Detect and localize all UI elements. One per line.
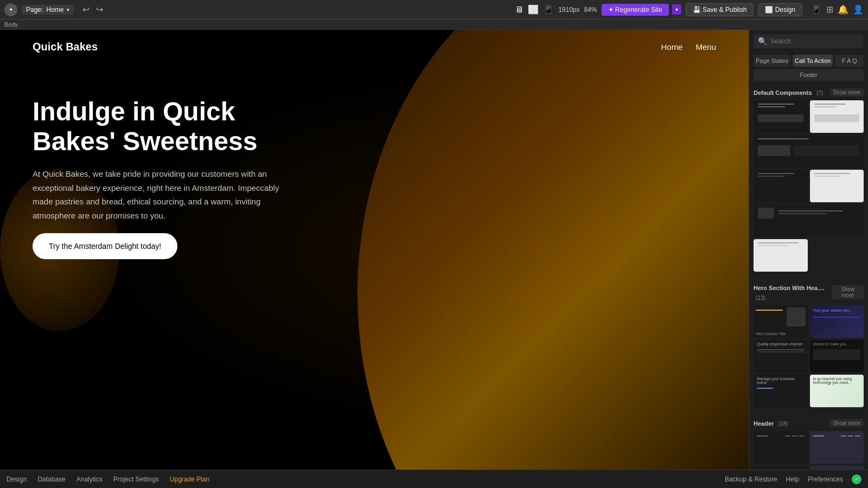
tab-call-to-action[interactable]: Call To Action (793, 55, 833, 67)
preview-header: Quick Bakes Home Menu (0, 30, 749, 64)
site-nav: Home Menu (661, 42, 716, 52)
bb-database[interactable]: Database (37, 476, 65, 483)
history-nav: ↩ ↪ (80, 3, 105, 16)
page-label: Page: (26, 6, 43, 14)
body-label: Body (0, 20, 868, 30)
nav-menu-link[interactable]: Menu (695, 42, 716, 52)
tab-page-states[interactable]: Page States (754, 55, 790, 67)
canvas-zoom: 84% (584, 6, 597, 14)
bb-project-settings[interactable]: Project Settings (113, 476, 159, 483)
bell-icon[interactable]: 🔔 (838, 4, 848, 15)
main-layout: Quick Bakes Home Menu Indulge in Quick B… (0, 30, 868, 470)
app-logo: ✦ (4, 3, 17, 16)
save-publish-button[interactable]: 💾 Save & Publish (686, 3, 754, 16)
header-card-3[interactable] (754, 466, 808, 470)
hero-description: At Quick Bakes, we take pride in providi… (33, 167, 282, 222)
preview-hero-section: Indulge in Quick Bakes' Sweetness At Qui… (0, 64, 749, 292)
section-header: Header (18) Show more (749, 414, 868, 470)
hero-card-5[interactable]: Manage your business online (754, 375, 808, 407)
hero-heading-grid: Hero Section Title Turn your visitors in… (754, 305, 864, 407)
tablet-portrait-icon[interactable]: 📱 (543, 4, 554, 15)
hero-title: Indulge in Quick Bakes' Sweetness (33, 97, 304, 156)
site-logo: Quick Bakes (33, 41, 98, 53)
user-icon[interactable]: 👤 (853, 4, 864, 15)
tablet-landscape-icon[interactable]: ⬜ (528, 4, 539, 15)
website-preview: Quick Bakes Home Menu Indulge in Quick B… (0, 30, 749, 470)
default-components-grid (754, 100, 864, 272)
hero-card-4[interactable]: shared to make you... (810, 340, 864, 373)
bb-upgrade-plan[interactable]: Upgrade Plan (170, 476, 209, 483)
canvas-size: 1910px (558, 6, 579, 14)
section-header-default: Default Components (7) Show more (754, 87, 864, 97)
search-bar: 🔍 (754, 34, 864, 48)
right-panel: 🔍 Page States Call To Action F A Q Foote… (749, 30, 868, 470)
mobile-preview-icon[interactable]: 📱 (811, 4, 822, 15)
topbar-icons: 📱 ⊞ 🔔 👤 (811, 4, 864, 15)
design-mode-button[interactable]: ⬜ Design (758, 3, 802, 16)
regenerate-caret-button[interactable]: ▾ (672, 4, 681, 15)
search-input[interactable] (770, 37, 859, 45)
regenerate-site-button[interactable]: ✦ Regenerate Site (602, 4, 669, 16)
device-selector: 🖥 ⬜ 📱 1910px 84% (515, 4, 597, 15)
show-more-default[interactable]: Show more (829, 88, 864, 97)
section-header-header: Header (18) Show more (754, 418, 864, 428)
canvas-area: Quick Bakes Home Menu Indulge in Quick B… (0, 30, 749, 470)
desktop-icon[interactable]: 🖥 (515, 5, 524, 15)
show-more-hero-heading[interactable]: Show more (832, 285, 864, 299)
section-title-hero-heading: Hero Section With Hea.... (13) (754, 282, 832, 302)
panel-tabs: Page States Call To Action F A Q Footer (749, 53, 868, 83)
component-card-5[interactable] (810, 170, 864, 202)
bb-preferences[interactable]: Preferences (808, 476, 843, 483)
header-grid (754, 431, 864, 470)
section-header-hero-heading: Hero Section With Hea.... (13) Show more (754, 282, 864, 302)
page-name: Home (46, 6, 63, 14)
hero-card-2[interactable]: Turn your visitors into... (810, 305, 864, 338)
nav-home-link[interactable]: Home (661, 42, 682, 52)
hero-card-1[interactable]: Hero Section Title (754, 305, 808, 338)
bottom-bar: Design Database Analytics Project Settin… (0, 470, 868, 488)
component-card-4[interactable] (754, 170, 808, 202)
header-card-1[interactable] (754, 431, 808, 464)
bottom-bar-right: Backup & Restore Help Preferences ✓ (725, 474, 861, 484)
chevron-down-icon: ▾ (67, 7, 69, 12)
bb-design[interactable]: Design (7, 476, 27, 483)
tab-faq[interactable]: F A Q (835, 55, 864, 67)
hero-cta-button[interactable]: Try the Amsterdam Delight today! (33, 233, 177, 259)
bb-analytics[interactable]: Analytics (76, 476, 103, 483)
page-selector[interactable]: Page: Home ▾ (22, 5, 74, 15)
section-title-default: Default Components (7) (754, 87, 823, 97)
bb-backup-restore[interactable]: Backup & Restore (725, 476, 777, 483)
component-card-6[interactable] (754, 204, 864, 237)
hero-card-3[interactable]: Quality responsive channel (754, 340, 808, 373)
component-card-2[interactable] (810, 100, 864, 133)
section-title-header: Header (18) (754, 418, 788, 428)
section-hero-heading: Hero Section With Hea.... (13) Show more… (749, 278, 868, 414)
redo-button[interactable]: ↪ (94, 3, 105, 16)
bb-help[interactable]: Help (786, 476, 800, 483)
hero-card-6[interactable]: to go beyond just using technology you n… (810, 375, 864, 407)
header-card-4[interactable] (810, 466, 864, 470)
component-card-3[interactable] (754, 135, 864, 168)
top-bar: ✦ Page: Home ▾ ↩ ↪ 🖥 ⬜ 📱 1910px 84% ✦ Re… (0, 0, 868, 20)
show-more-header[interactable]: Show more (829, 419, 864, 427)
tab-footer[interactable]: Footer (754, 69, 864, 81)
header-card-2[interactable] (810, 431, 864, 464)
search-icon: 🔍 (758, 37, 767, 46)
component-card-1[interactable] (754, 100, 808, 133)
grid-icon[interactable]: ⊞ (826, 4, 833, 15)
section-default-components: Default Components (7) Show more (749, 83, 868, 278)
component-card-7[interactable] (754, 239, 808, 272)
status-dot: ✓ (852, 474, 861, 484)
undo-button[interactable]: ↩ (80, 3, 92, 16)
